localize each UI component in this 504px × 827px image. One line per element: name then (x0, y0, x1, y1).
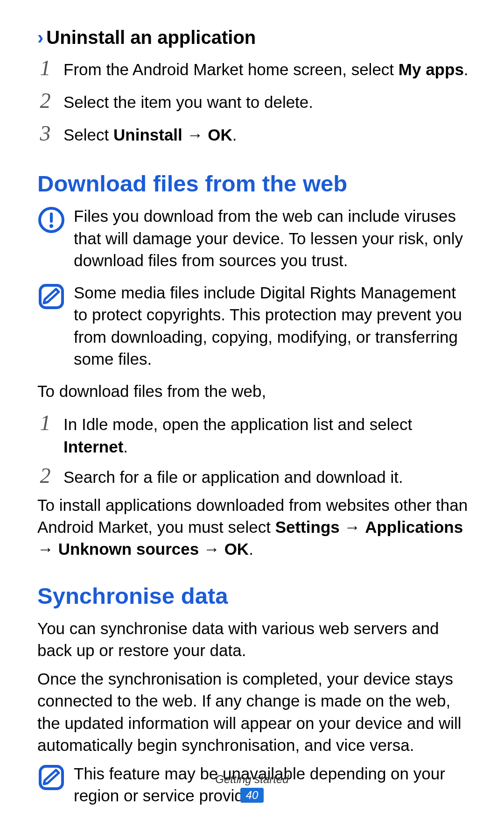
text-fragment: → (340, 518, 365, 536)
step-1: 1 In Idle mode, open the application lis… (37, 409, 471, 458)
warning-icon (37, 206, 65, 234)
text-fragment: From the Android Market home screen, sel… (63, 60, 399, 78)
step-1: 1 From the Android Market home screen, s… (37, 54, 471, 83)
bold-text: Unknown sources (58, 540, 199, 558)
text-fragment: . (249, 540, 253, 558)
bold-text: My apps (399, 60, 464, 78)
step-2: 2 Search for a file or application and d… (37, 461, 471, 490)
svg-rect-1 (50, 212, 53, 223)
paragraph: To install applications downloaded from … (37, 494, 471, 560)
text-fragment: . (123, 438, 128, 456)
heading-sync: Synchronise data (37, 583, 471, 609)
step-number: 1 (37, 409, 53, 438)
manual-page: › Uninstall an application 1 From the An… (0, 0, 504, 827)
text-fragment: → (37, 540, 58, 558)
step-text: In Idle mode, open the application list … (63, 413, 471, 458)
step-number: 3 (37, 119, 53, 148)
bold-text: OK (208, 126, 232, 144)
page-number: 40 (240, 788, 264, 803)
sub-heading-uninstall: › Uninstall an application (37, 27, 471, 48)
bold-text: Internet (63, 438, 123, 456)
text-fragment: → (182, 126, 208, 144)
bold-text: OK (224, 540, 249, 558)
step-text: Search for a file or application and dow… (63, 466, 471, 488)
footer-section-label: Getting started (0, 773, 504, 786)
paragraph: Once the synchronisation is completed, y… (37, 668, 471, 756)
heading-download: Download files from the web (37, 170, 471, 197)
chevron-right-icon: › (37, 27, 43, 48)
warning-callout: Files you download from the web can incl… (37, 205, 471, 271)
step-text: From the Android Market home screen, sel… (63, 58, 471, 80)
note-callout: Some media files include Digital Rights … (37, 282, 471, 370)
note-icon (37, 283, 65, 311)
text-fragment: . (464, 60, 469, 78)
text-fragment: . (232, 126, 237, 144)
text-fragment: In Idle mode, open the application list … (63, 415, 412, 433)
step-text: Select the item you want to delete. (63, 91, 471, 113)
sub-heading-text: Uninstall an application (46, 27, 256, 48)
warning-text: Files you download from the web can incl… (74, 205, 471, 271)
step-number: 2 (37, 86, 53, 115)
bold-text: Settings (275, 518, 340, 536)
step-2: 2 Select the item you want to delete. (37, 86, 471, 115)
bold-text: Applications (365, 518, 463, 536)
step-3: 3 Select Uninstall → OK. (37, 119, 471, 148)
step-number: 2 (37, 461, 53, 490)
svg-point-2 (49, 224, 53, 228)
bold-text: Uninstall (113, 126, 182, 144)
svg-rect-3 (40, 285, 63, 308)
text-fragment: Select (63, 126, 113, 144)
text-fragment: → (199, 540, 224, 558)
step-text: Select Uninstall → OK. (63, 124, 471, 146)
paragraph: You can synchronise data with various we… (37, 617, 471, 662)
page-footer: Getting started 40 (0, 773, 504, 803)
step-number: 1 (37, 54, 53, 83)
note-text: Some media files include Digital Rights … (74, 282, 471, 370)
paragraph: To download files from the web, (37, 380, 471, 402)
